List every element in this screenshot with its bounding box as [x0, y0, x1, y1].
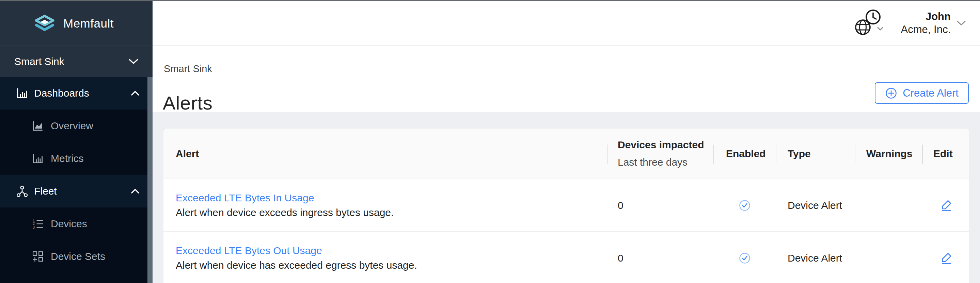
- column-header-devices-impacted: Devices impacted Last three days: [608, 128, 713, 179]
- bar-chart-icon: [16, 87, 28, 99]
- enabled-cell: [713, 252, 776, 264]
- alert-name-link[interactable]: Exceeded LTE Bytes Out Usage: [176, 244, 608, 257]
- edit-pencil-icon[interactable]: [940, 252, 952, 264]
- sidebar-item-label: Metrics: [51, 153, 84, 164]
- brand[interactable]: Memfault: [0, 1, 153, 46]
- page-header: Smart Sink Alerts Create Alert: [153, 46, 980, 112]
- devices-impacted-value: 0: [608, 200, 713, 211]
- cluster-icon: [16, 185, 28, 197]
- create-alert-label: Create Alert: [903, 87, 959, 99]
- content-area: Alert Devices impacted Last three days E…: [153, 112, 980, 283]
- svg-text:3: 3: [33, 226, 35, 229]
- bar-chart-icon: [32, 153, 43, 164]
- area-chart-icon: [32, 120, 43, 131]
- brand-name: Memfault: [63, 17, 114, 30]
- alert-cell: Exceeded LTE Bytes In Usage Alert when d…: [164, 191, 608, 219]
- sidebar-item-fleet[interactable]: Fleet: [0, 175, 153, 207]
- alert-cell: Exceeded LTE Bytes Out Usage Alert when …: [164, 244, 608, 272]
- sidebar-scrollbar[interactable]: [148, 77, 153, 283]
- user-menu[interactable]: John Acme, Inc.: [901, 10, 966, 36]
- chevron-down-icon: [956, 20, 966, 26]
- alert-description: Alert when device exceeds ingress bytes …: [176, 206, 608, 219]
- chevron-down-icon: [128, 58, 139, 65]
- chevron-up-icon: [131, 90, 140, 96]
- alert-name-link[interactable]: Exceeded LTE Bytes In Usage: [176, 191, 608, 204]
- column-header-alert: Alert: [164, 128, 608, 179]
- appstore-add-icon: [32, 251, 43, 262]
- sidebar-item-label: Fleet: [34, 185, 125, 197]
- column-subheader-last-three-days: Last three days: [618, 156, 713, 169]
- sidebar-item-label: Overview: [51, 120, 93, 132]
- page-title: Alerts: [163, 92, 213, 114]
- sidebar-item-dashboards[interactable]: Dashboards: [0, 77, 153, 109]
- sidebar-menu: Dashboards Overview: [0, 77, 153, 283]
- sidebar-item-label: Devices: [51, 218, 87, 229]
- alert-type: Device Alert: [776, 252, 855, 264]
- edit-cell: [922, 199, 969, 212]
- sidebar-item-device-sets[interactable]: Device Sets: [0, 240, 153, 273]
- check-circle-icon: [739, 252, 751, 264]
- column-header-edit: Edit: [922, 128, 969, 179]
- sidebar-item-metrics[interactable]: Metrics: [0, 142, 153, 175]
- user-name: John: [901, 10, 951, 23]
- edit-pencil-icon[interactable]: [940, 199, 952, 212]
- edit-cell: [922, 252, 969, 264]
- topbar: John Acme, Inc.: [153, 1, 980, 46]
- alerts-table-card: Alert Devices impacted Last three days E…: [164, 128, 969, 283]
- devices-impacted-value: 0: [608, 252, 713, 264]
- table-row: Exceeded LTE Bytes Out Usage Alert when …: [164, 232, 969, 283]
- sidebar-filler: [0, 273, 153, 283]
- alert-description: Alert when device has exceeded egress by…: [176, 259, 608, 272]
- column-header-enabled: Enabled: [713, 128, 776, 179]
- ordered-list-icon: 1 2 3: [32, 218, 43, 229]
- window-top-edge: [0, 0, 980, 1]
- alert-type: Device Alert: [776, 200, 855, 211]
- memfault-logo-icon: [34, 14, 55, 33]
- create-alert-button[interactable]: Create Alert: [875, 82, 969, 104]
- timezone-selector[interactable]: [853, 8, 885, 38]
- sidebar-item-label: Device Sets: [51, 251, 105, 262]
- project-selector[interactable]: Smart Sink: [0, 46, 153, 77]
- breadcrumb[interactable]: Smart Sink: [164, 63, 212, 74]
- app-screen: Memfault Smart Sink Dashboards: [0, 0, 980, 283]
- column-header-warnings: Warnings: [855, 128, 922, 179]
- check-circle-icon: [739, 200, 751, 211]
- sidebar-item-overview[interactable]: Overview: [0, 109, 153, 142]
- globe-clock-icon: [853, 8, 885, 38]
- column-header-type: Type: [776, 128, 855, 179]
- main-content: Smart Sink Alerts Create Alert Alert: [153, 46, 980, 283]
- table-header-row: Alert Devices impacted Last three days E…: [164, 128, 969, 179]
- project-selector-label: Smart Sink: [14, 56, 128, 67]
- table-row: Exceeded LTE Bytes In Usage Alert when d…: [164, 179, 969, 232]
- sidebar: Memfault Smart Sink Dashboards: [0, 1, 153, 283]
- user-texts: John Acme, Inc.: [901, 10, 951, 36]
- sidebar-item-label: Dashboards: [34, 87, 125, 99]
- plus-circle-icon: [885, 87, 897, 99]
- enabled-cell: [713, 200, 776, 211]
- chevron-up-icon: [131, 188, 140, 194]
- org-name: Acme, Inc.: [901, 23, 951, 36]
- sidebar-item-devices[interactable]: 1 2 3 Devices: [0, 207, 153, 240]
